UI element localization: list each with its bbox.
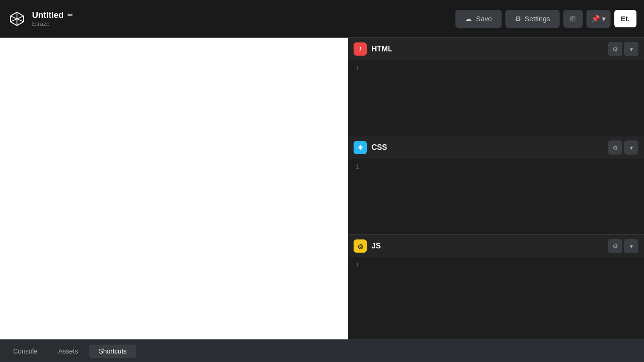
css-settings-button[interactable]: ⚙ [608, 140, 622, 155]
html-code-area[interactable]: 1 [348, 60, 644, 136]
pin-icon: 📌 [591, 15, 600, 23]
assets-tab[interactable]: Assets [49, 345, 87, 358]
layout-button[interactable]: ⊞ [563, 10, 583, 28]
console-tab[interactable]: Console [4, 345, 47, 358]
js-header: ◎ JS ⚙ ▾ [348, 235, 644, 257]
html-header: / HTML ⚙ ▾ [348, 38, 644, 60]
grid-icon: ⊞ [570, 15, 576, 23]
html-section: / HTML ⚙ ▾ 1 [348, 38, 644, 136]
gear-icon: ⚙ [612, 46, 618, 53]
topbar-actions: ☁ Save ⚙ Settings ⊞ 📌 ▾ Et. [455, 10, 636, 28]
css-controls: ⚙ ▾ [608, 140, 638, 155]
chevron-down-icon: ▾ [630, 46, 633, 53]
gear-icon: ⚙ [612, 144, 618, 151]
cloud-icon: ☁ [465, 15, 472, 23]
edit-icon[interactable]: ✏ [67, 11, 73, 19]
css-badge: ✳ [354, 141, 367, 154]
html-settings-button[interactable]: ⚙ [608, 42, 622, 56]
pin-button[interactable]: 📌 ▾ [586, 10, 611, 28]
logo-area: Untitled ✏ Etrazc [8, 9, 455, 28]
js-collapse-button[interactable]: ▾ [624, 239, 638, 253]
chevron-down-icon: ▾ [630, 144, 633, 151]
project-title: Untitled ✏ [32, 10, 73, 20]
logo-icon [8, 9, 26, 28]
chevron-down-icon: ▾ [630, 243, 633, 250]
line-number: 1 [348, 163, 644, 172]
slash-icon: / [359, 46, 361, 53]
html-title: / HTML [354, 42, 392, 56]
username: Etrazc [32, 20, 73, 27]
bottombar: Console Assets Shortcuts [0, 339, 644, 362]
css-section: ✳ CSS ⚙ ▾ 1 [348, 136, 644, 235]
gear-icon: ⚙ [612, 243, 618, 250]
user-button[interactable]: Et. [614, 10, 636, 27]
js-section: ◎ JS ⚙ ▾ 1 [348, 235, 644, 339]
html-collapse-button[interactable]: ▾ [624, 42, 638, 56]
asterisk-icon: ✳ [358, 144, 363, 151]
line-number: 1 [348, 64, 644, 73]
html-controls: ⚙ ▾ [608, 42, 638, 56]
logo-text: Untitled ✏ Etrazc [32, 10, 73, 27]
css-title: ✳ CSS [354, 141, 387, 154]
gear-icon: ⚙ [515, 15, 521, 23]
preview-panel [0, 38, 348, 339]
chevron-down-icon: ▾ [602, 15, 606, 23]
main-content: / HTML ⚙ ▾ 1 [0, 38, 644, 339]
js-code-area[interactable]: 1 [348, 257, 644, 339]
js-title: ◎ JS [354, 239, 381, 253]
editor-panel: / HTML ⚙ ▾ 1 [348, 38, 644, 339]
save-button[interactable]: ☁ Save [455, 10, 501, 28]
js-badge: ◎ [354, 239, 367, 253]
settings-button[interactable]: ⚙ Settings [505, 10, 560, 28]
shortcuts-tab[interactable]: Shortcuts [89, 345, 136, 358]
css-collapse-button[interactable]: ▾ [624, 140, 638, 155]
html-badge: / [354, 42, 367, 56]
js-settings-button[interactable]: ⚙ [608, 239, 622, 253]
js-controls: ⚙ ▾ [608, 239, 638, 253]
topbar: Untitled ✏ Etrazc ☁ Save ⚙ Settings ⊞ 📌 … [0, 0, 644, 38]
css-code-area[interactable]: 1 [348, 159, 644, 234]
line-number: 1 [348, 261, 644, 270]
css-header: ✳ CSS ⚙ ▾ [348, 136, 644, 159]
circle-icon: ◎ [358, 243, 363, 250]
